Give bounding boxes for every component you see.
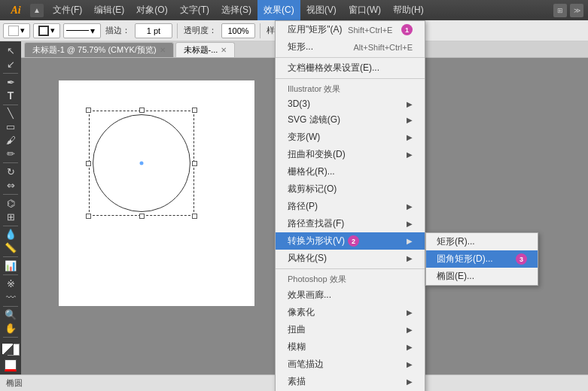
fill-btn[interactable]: ▾ [3,23,30,38]
ai-logo: Ai [5,2,27,20]
handle-bot-mid[interactable] [139,214,145,219]
effects-gallery-label: 效果画廊... [288,289,331,302]
handle-top-right[interactable] [192,108,197,113]
paintbrush-tool[interactable]: 🖌 [2,134,20,147]
foreground-color[interactable] [2,343,14,355]
rectangle-item[interactable]: 矩形... Alt+Shift+Ctrl+E [276,38,425,56]
symbol-tool[interactable]: ※ [2,277,20,290]
shape-tool[interactable]: ▭ [2,120,20,133]
direct-selection-tool[interactable]: ↙ [2,58,20,71]
canvas-tab-2[interactable]: 未标题-... ✕ [175,42,236,57]
svg-filter-item[interactable]: SVG 滤镜(G) ▶ [276,111,425,129]
submenu-arrow: ▶ [407,202,413,211]
hand-tool[interactable]: ✋ [2,322,20,335]
crop-marks-item[interactable]: 裁剪标记(O) [276,180,425,198]
pathfinder-label: 路径查找器(F) [288,217,344,230]
tab-close-1[interactable]: ✕ [160,46,166,54]
menu-window[interactable]: 窗口(W) [343,0,387,20]
rasterize-item[interactable]: 栅格化(R)... [276,163,425,180]
color-area[interactable] [2,343,20,356]
svg-filter-label: SVG 滤镜(G) [288,114,340,126]
warp-tool[interactable]: 〰 [2,291,20,304]
opacity-input[interactable] [221,23,255,38]
submenu-arrow: ▶ [407,133,413,141]
menu-file[interactable]: 文件(F) [47,0,88,20]
eyedropper-tool[interactable]: 💧 [2,228,20,241]
rectangle-sub-item[interactable]: 矩形(R)... [426,233,538,250]
rotate-tool[interactable]: ↻ [2,165,20,178]
menu-view[interactable]: 视图(V) [300,0,343,20]
selection-tool[interactable]: ↖ [2,44,20,57]
handle-mid-right[interactable] [192,161,197,166]
ellipse-sub-label: 椭圆(E)... [437,271,474,281]
photoshop-effects-title: Photoshop 效果 [276,271,425,286]
ellipse-sub-item[interactable]: 椭圆(E)... [426,268,538,285]
rasterize-label: 栅格化(R)... [288,165,335,178]
handle-top-left[interactable] [86,108,91,113]
separator6 [3,256,18,257]
path-item[interactable]: 路径(P) ▶ [276,198,425,215]
warp-item[interactable]: 变形(W) ▶ [276,129,425,146]
submenu-arrow: ▶ [407,308,413,317]
menu-help[interactable]: 帮助(H) [387,0,430,20]
reflect-tool[interactable]: ⇔ [2,179,20,192]
menu-select[interactable]: 选择(S) [215,0,257,20]
stylize-item[interactable]: 风格化(S) ▶ [276,250,425,267]
rounded-rectangle-sub-item[interactable]: 圆角矩形(D)... 3 [426,250,538,268]
expand-btn[interactable]: ≫ [570,4,583,17]
submenu-arrow: ▶ [407,220,413,228]
path-label: 路径(P) [288,200,318,213]
ellipse-shape[interactable] [93,114,190,212]
sketch-item[interactable]: 素描 ▶ [276,373,425,390]
pixelate-item[interactable]: 像素化 ▶ [276,304,425,321]
submenu-arrow: ▶ [407,343,413,351]
menu-text[interactable]: 文字(T) [174,0,215,20]
stroke-icon [38,26,49,36]
zoom-tool[interactable]: 🔍 [2,308,20,321]
apply-rectangle-label: 应用"矩形"(A) [288,23,343,36]
apply-rectangle-item[interactable]: 应用"矩形"(A) Shift+Ctrl+E 1 [276,21,425,38]
menu-object[interactable]: 对象(O) [130,0,173,20]
stroke-style-preview[interactable]: ▾ [63,23,101,38]
no-fill-indicator[interactable] [5,359,17,371]
menu-effects[interactable]: 效果(C) [257,0,300,20]
3d-label: 3D(3) [288,99,310,109]
measure-tool[interactable]: 📏 [2,241,20,254]
3d-item[interactable]: 3D(3) ▶ [276,96,425,111]
menu-edit[interactable]: 编辑(E) [88,0,130,20]
convert-shape-item[interactable]: 转换为形状(V) 2 ▶ [276,232,425,250]
brush-strokes-item[interactable]: 画笔描边 ▶ [276,356,425,373]
layout-btn[interactable]: ⊞ [553,4,567,17]
submenu-arrow: ▶ [407,237,413,245]
pathfinder-item[interactable]: 路径查找器(F) ▶ [276,215,425,232]
stylize-label: 风格化(S) [288,252,327,265]
document-raster-item[interactable]: 文档栅格效果设置(E)... [276,59,425,77]
text-tool[interactable]: T [2,89,20,102]
submenu-arrow: ▶ [407,377,413,386]
handle-top-mid[interactable] [139,108,145,113]
pixelate-label: 像素化 [288,306,315,319]
canvas-tab-1[interactable]: 未标题-1 @ 75.79% (CMYK/预览) ✕ [24,42,174,57]
line-tool[interactable]: ╲ [2,107,20,120]
handle-bot-left[interactable] [86,214,91,219]
fg-color-fill [3,344,14,355]
stroke-btn[interactable]: ▾ [33,23,60,38]
handle-mid-left[interactable] [86,161,91,166]
mesh-tool[interactable]: ⊞ [2,211,20,223]
tab-close-2[interactable]: ✕ [221,46,227,54]
pencil-tool[interactable]: ✏ [2,147,20,160]
canvas-selection[interactable] [89,111,194,216]
convert-shape-submenu: 矩形(R)... 圆角矩形(D)... 3 椭圆(E)... [425,232,538,286]
graph-tool[interactable]: 📊 [2,259,20,272]
document-raster-label: 文档栅格效果设置(E)... [288,62,379,74]
handle-bot-right[interactable] [192,214,197,219]
distort-transform-item[interactable]: 扭曲和变换(D) ▶ [276,146,425,163]
pen-tool[interactable]: ✒ [2,76,20,89]
badge-2: 2 [348,235,359,247]
distort-item[interactable]: 扭曲 ▶ [276,321,425,338]
blur-item[interactable]: 模糊 ▶ [276,338,425,356]
stroke-input[interactable] [135,23,172,38]
effects-gallery-item[interactable]: 效果画廊... [276,286,425,304]
blend-tool[interactable]: ⌬ [2,197,20,210]
rectangle-label: 矩形... [288,41,313,53]
